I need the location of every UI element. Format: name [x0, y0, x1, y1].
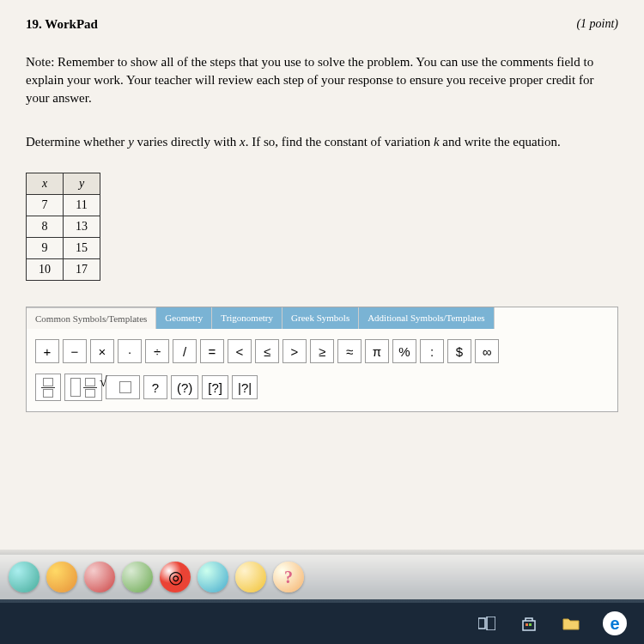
workpad-page: 19. WorkPad (1 point) Note: Remember to … [0, 0, 644, 550]
dock-app-icon[interactable] [122, 562, 153, 592]
tab-greek[interactable]: Greek Symbols [283, 307, 359, 329]
divide-button[interactable]: ÷ [145, 339, 169, 363]
question-number: 19. WorkPad [26, 17, 98, 32]
less-than-button[interactable]: < [228, 339, 252, 363]
dock-app-icon[interactable] [235, 562, 266, 592]
placeholder-button[interactable]: ? [143, 375, 167, 399]
task-view-icon[interactable] [477, 613, 497, 634]
equation-editor: Common Symbols/Templates Geometry Trigon… [26, 307, 618, 412]
store-icon[interactable] [519, 613, 539, 634]
less-equal-button[interactable]: ≤ [255, 339, 279, 363]
abs-template-button[interactable]: |?| [232, 375, 258, 399]
multiply-button[interactable]: × [90, 339, 114, 363]
app-dock: ◎ ? [0, 555, 644, 599]
points-label: (1 point) [576, 17, 618, 32]
edge-browser-icon[interactable]: e [603, 611, 627, 635]
svg-rect-3 [526, 623, 528, 626]
paren-template-button[interactable]: (?) [171, 375, 198, 399]
fraction-template-button[interactable] [35, 374, 61, 401]
greater-equal-button[interactable]: ≥ [310, 339, 334, 363]
dock-app-icon[interactable] [197, 562, 228, 592]
colon-button[interactable]: : [420, 339, 444, 363]
symbol-row-1: + − × · ÷ / = < ≤ > ≥ ≈ π % : $ ∞ [27, 329, 617, 374]
col-x: x [27, 173, 64, 195]
dot-button[interactable]: · [118, 339, 142, 363]
bracket-template-button[interactable]: [?] [202, 375, 228, 399]
sqrt-template-button[interactable]: √ [106, 375, 140, 399]
table-row: 813 [27, 216, 100, 238]
col-y: y [64, 173, 100, 195]
approx-button[interactable]: ≈ [337, 339, 361, 363]
tab-additional[interactable]: Additional Symbols/Templates [359, 307, 494, 329]
tab-common-symbols[interactable]: Common Symbols/Templates [27, 307, 156, 329]
tab-geometry[interactable]: Geometry [156, 307, 212, 329]
plus-button[interactable]: + [35, 339, 59, 363]
dock-target-icon[interactable]: ◎ [160, 562, 191, 592]
tab-trigonometry[interactable]: Trigonometry [212, 307, 283, 329]
dock-help-icon[interactable]: ? [273, 562, 304, 592]
greater-than-button[interactable]: > [283, 339, 307, 363]
table-header-row: x y [27, 173, 100, 195]
windows-taskbar: e [0, 603, 644, 644]
question-prompt: Determine whether y varies directly with… [26, 133, 618, 151]
svg-rect-0 [478, 618, 485, 629]
symbol-row-2: √ ? (?) [?] |?| [27, 374, 617, 411]
table-row: 915 [27, 238, 100, 259]
file-explorer-icon[interactable] [561, 613, 581, 634]
editor-tabs: Common Symbols/Templates Geometry Trigon… [27, 307, 617, 329]
pi-button[interactable]: π [365, 339, 389, 363]
dollar-button[interactable]: $ [447, 339, 471, 363]
slash-button[interactable]: / [173, 339, 197, 363]
dock-app-icon[interactable] [46, 562, 77, 592]
dock-app-icon[interactable] [84, 562, 115, 592]
table-row: 711 [27, 195, 100, 216]
minus-button[interactable]: − [63, 339, 87, 363]
svg-rect-1 [487, 617, 495, 630]
infinity-button[interactable]: ∞ [475, 339, 499, 363]
equals-button[interactable]: = [200, 339, 224, 363]
percent-button[interactable]: % [392, 339, 416, 363]
xy-table: x y 711 813 915 1017 [26, 173, 100, 281]
svg-rect-4 [529, 623, 532, 626]
mixed-fraction-button[interactable] [64, 374, 102, 401]
instruction-note: Note: Remember to show all of the steps … [26, 53, 618, 107]
dock-app-icon[interactable] [9, 562, 39, 592]
table-row: 1017 [27, 259, 100, 281]
question-header: 19. WorkPad (1 point) [26, 17, 618, 32]
